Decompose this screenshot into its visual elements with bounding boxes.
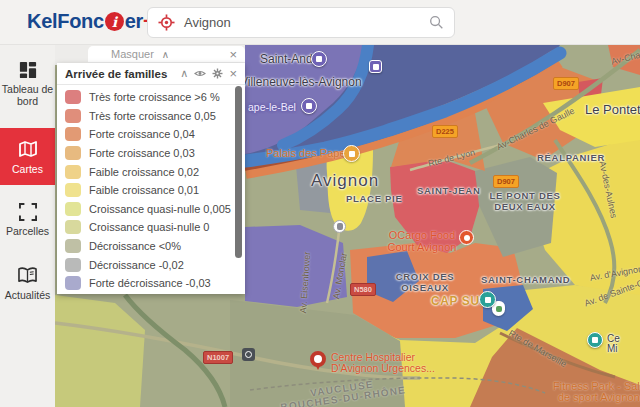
road-badge-d225: D225 bbox=[432, 125, 458, 138]
legend-swatch bbox=[65, 146, 81, 160]
crosshair-target-icon bbox=[158, 14, 175, 31]
map-label-ocargo-2: Court Avignon bbox=[388, 241, 457, 253]
legend-item-label: Croissance quasi-nulle 0,005 bbox=[89, 203, 231, 215]
legend-item: Faible croissance 0,02 bbox=[57, 162, 245, 181]
road-badge-n580: N580 bbox=[350, 283, 376, 296]
sidebar-item-label: Cartes bbox=[12, 163, 43, 175]
shopping-mall-icon[interactable] bbox=[479, 291, 496, 308]
sidebar-nav: Tableau de bord Cartes Parcelles Actuali… bbox=[0, 45, 55, 407]
app-window: Saint-André Villeneuve-lès-Avignon ape-l… bbox=[0, 0, 640, 407]
map-label-realpanier: RÉALPANIER bbox=[537, 152, 605, 163]
map-label-mi: Mi bbox=[607, 343, 618, 354]
map-label-avignon: Avignon bbox=[311, 171, 379, 191]
legend-item: Forte croissance 0,03 bbox=[57, 144, 245, 163]
map-label-hospital-2: D'Avignon Urgences... bbox=[331, 362, 435, 374]
map-label-ocargo-1: OCargo Food bbox=[389, 229, 456, 241]
map-label-croix-1: CROIX DES bbox=[396, 271, 455, 282]
legend-swatch bbox=[65, 258, 81, 272]
road-badge-d907-a: D907 bbox=[553, 77, 579, 90]
open-book-icon bbox=[18, 267, 37, 285]
palais-des-papes-icon[interactable] bbox=[343, 145, 360, 162]
legend-swatch bbox=[65, 239, 81, 253]
search-icon[interactable] bbox=[429, 15, 444, 30]
legend-item-label: Forte croissance 0,04 bbox=[89, 128, 195, 140]
sidebar-item-label: Parcelles bbox=[6, 225, 49, 237]
map-label-saint-jean: SAINT-JEAN bbox=[417, 185, 480, 196]
legend-swatch bbox=[65, 276, 81, 290]
gear-icon[interactable] bbox=[212, 68, 223, 79]
legend-swatch bbox=[65, 90, 81, 104]
legend-item-label: Très forte croissance >6 % bbox=[89, 91, 220, 103]
legend-swatch bbox=[65, 109, 81, 123]
legend-swatch bbox=[65, 183, 81, 197]
legend-swatch bbox=[65, 127, 81, 141]
map-label-place-pie: PLACE PIE bbox=[346, 193, 402, 204]
map-label-le-pont-1: LE PONT DES bbox=[489, 190, 560, 201]
legend-item-label: Faible croissance 0,01 bbox=[89, 184, 199, 196]
map-label-le-pontet: Le Pontet bbox=[585, 102, 640, 117]
sidebar-item-label: Tableau de bord bbox=[2, 83, 53, 107]
legend-item-label: Décroissance -0,02 bbox=[89, 259, 184, 271]
map-label-le-pont-2: DEUX EAUX bbox=[494, 201, 556, 212]
legend-swatch bbox=[65, 165, 81, 179]
folded-map-icon bbox=[18, 139, 38, 159]
road-badge-d907-b: D907 bbox=[493, 175, 519, 188]
legend-panel: Arrivée de familles ∧ × Très forte crois… bbox=[57, 63, 245, 294]
legend-swatch bbox=[65, 220, 81, 234]
legend-item: Faible croissance 0,01 bbox=[57, 181, 245, 200]
hospital-pin-icon[interactable] bbox=[310, 351, 326, 367]
legend-item: Croissance quasi-nulle 0,005 bbox=[57, 200, 245, 219]
legend-header: Arrivée de familles ∧ × bbox=[57, 63, 245, 85]
legend-title: Arrivée de familles bbox=[65, 68, 167, 80]
map-label-palais-des-papes: Palais des Papes bbox=[266, 147, 351, 159]
sidebar-item-cartes[interactable]: Cartes bbox=[0, 128, 55, 185]
legend-hide-bar[interactable]: Masquer ∧ × bbox=[88, 46, 245, 63]
chevron-up-icon[interactable]: ∧ bbox=[162, 49, 169, 60]
logo-text-1: KelFonc bbox=[27, 10, 104, 33]
map-label-villeneuve: Villeneuve-lès-Avignon bbox=[240, 75, 362, 89]
mall-icon-bottom-right[interactable] bbox=[587, 332, 603, 348]
crop-corners-icon bbox=[19, 203, 37, 221]
eye-icon[interactable] bbox=[194, 69, 206, 78]
legend-item: Très forte croissance >6 % bbox=[57, 88, 245, 107]
legend-item: Décroissance <0% bbox=[57, 237, 245, 256]
chevron-up-icon[interactable]: ∧ bbox=[180, 68, 188, 79]
legend-list: Très forte croissance >6 % Très forte cr… bbox=[57, 85, 245, 293]
legend-item: Décroissance -0,02 bbox=[57, 255, 245, 274]
app-header: KelFonc i er + Avignon bbox=[0, 0, 640, 45]
info-circle-icon: i bbox=[105, 12, 124, 31]
hide-label[interactable]: Masquer bbox=[111, 48, 154, 60]
legend-item-label: Décroissance <0% bbox=[89, 240, 181, 252]
sidebar-item-label: Actualités bbox=[5, 289, 51, 301]
map-label-fitness-2: de sport Avignon... bbox=[558, 391, 640, 403]
sidebar-item-actualites[interactable]: Actualités bbox=[0, 267, 55, 301]
sidebar-item-parcelles[interactable]: Parcelles bbox=[0, 203, 55, 237]
legend-scrollbar-thumb[interactable] bbox=[235, 86, 242, 258]
tower-icon[interactable] bbox=[301, 98, 317, 114]
legend-item-label: Forte croissance 0,03 bbox=[89, 147, 195, 159]
search-bar[interactable]: Avignon bbox=[147, 7, 455, 38]
map-label-chape-le-bel: ape-le-Bel bbox=[248, 101, 296, 113]
legend-item-label: Faible croissance 0,02 bbox=[89, 166, 199, 178]
close-icon[interactable]: × bbox=[229, 47, 237, 62]
road-badge-n1007: N1007 bbox=[203, 351, 233, 364]
legend-item-label: Forte décroissance -0,03 bbox=[89, 277, 211, 289]
legend-swatch bbox=[65, 202, 81, 216]
map-label-croix-2: OISEAUX bbox=[401, 282, 449, 293]
transit-badge-icon[interactable] bbox=[242, 348, 255, 361]
legend-item-label: Très forte croissance 0,05 bbox=[89, 110, 216, 122]
search-input[interactable]: Avignon bbox=[184, 15, 429, 30]
logo-text-2: er bbox=[125, 10, 143, 33]
train-station-icon[interactable] bbox=[333, 220, 346, 233]
brand-logo[interactable]: KelFonc i er + bbox=[27, 10, 155, 33]
legend-item: Très forte croissance 0,05 bbox=[57, 107, 245, 126]
fort-badge-icon[interactable] bbox=[369, 60, 382, 73]
legend-item: Croissance quasi-nulle 0 bbox=[57, 218, 245, 237]
restaurant-icon[interactable] bbox=[459, 230, 474, 245]
map-label-saint-chamand: SAINT-CHAMAND bbox=[481, 274, 570, 285]
legend-item: Forte croissance 0,04 bbox=[57, 125, 245, 144]
close-icon[interactable]: × bbox=[229, 68, 237, 79]
legend-item-label: Croissance quasi-nulle 0 bbox=[89, 221, 209, 233]
sidebar-item-tableau-de-bord[interactable]: Tableau de bord bbox=[0, 61, 55, 107]
castle-icon[interactable] bbox=[311, 51, 327, 67]
